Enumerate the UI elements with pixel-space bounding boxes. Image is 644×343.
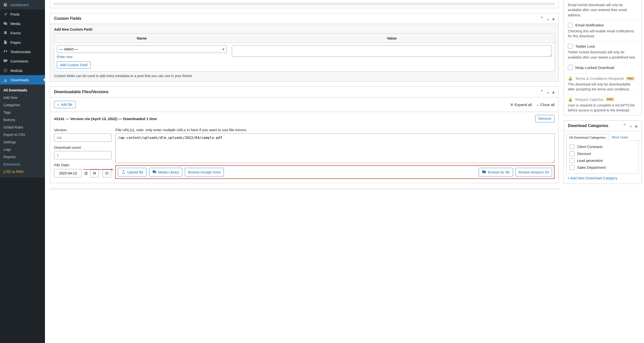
add-file-button[interactable]: + Add file (54, 101, 76, 108)
sub-export-csv[interactable]: Export to CSV (0, 131, 45, 138)
remove-button[interactable]: Remove (535, 115, 554, 122)
add-custom-field-button[interactable]: Add Custom Field (57, 61, 91, 69)
cf-help-text: Custom fields can be used to add extra m… (54, 74, 554, 78)
admin-sidebar: Dashboard Posts Media Forms Pages Testim… (0, 0, 45, 343)
sub-extensions[interactable]: Extensions (0, 161, 45, 168)
sub-categories[interactable]: Categories (0, 101, 45, 109)
email-lock-desc: Email locked downloads will only be avai… (568, 2, 637, 18)
terms-label: Terms & Conditions Required (575, 76, 624, 80)
move-up-icon[interactable]: ⌃ (540, 90, 544, 94)
email-notification-checkbox[interactable] (568, 23, 573, 28)
move-up-icon[interactable]: ⌃ (623, 124, 626, 128)
menu-modula[interactable]: Modula (0, 66, 45, 75)
download-categories-box: Download Categories ⌃ ⌄ ▴ All Download C… (564, 120, 642, 184)
tab-most-used[interactable]: Most Used (610, 134, 630, 141)
main-content: Custom Fields ⌃ ⌄ ▴ Add New Custom Field… (45, 0, 564, 343)
category-label: Discount (577, 152, 591, 156)
move-down-icon[interactable]: ⌄ (629, 124, 633, 128)
quote-icon (3, 49, 8, 54)
file-urls-label: File URL(s); note: only enter multiple U… (116, 128, 554, 132)
upload-file-button[interactable]: Upload file (118, 168, 146, 176)
files-header: Downloadable Files/Versions ⌃ ⌄ ▴ (50, 87, 558, 97)
sub-settings[interactable]: Settings (0, 138, 45, 146)
minute-input[interactable] (102, 169, 111, 178)
expand-icon: ⇲ (510, 102, 513, 107)
hour-input[interactable] (90, 169, 98, 178)
tab-all-categories[interactable]: All Download Categories (566, 134, 608, 141)
menu-posts[interactable]: Posts (0, 10, 45, 19)
next-box-fragment (50, 188, 559, 190)
download-count-label: Download count: (54, 145, 112, 150)
custom-fields-header: Custom Fields ⌃ ⌄ ▴ (50, 13, 558, 24)
dashboard-icon (3, 2, 8, 7)
pin-icon (3, 12, 8, 16)
version-label: Version: (54, 128, 112, 132)
menu-label: Media (10, 22, 20, 26)
browse-s3-button[interactable]: Browse Amazon S3 (516, 168, 552, 176)
category-checkbox[interactable] (570, 151, 574, 156)
sub-tags[interactable]: Tags (0, 109, 45, 116)
prev-input-fragment (54, 3, 554, 5)
file-urls-textarea[interactable]: /wp-content/uploads/dlm_uploads/2022/04/… (116, 134, 554, 163)
menu-testimonials[interactable]: Testimonials (0, 47, 45, 56)
ninja-lock-label: Ninja Locked Download (575, 66, 614, 70)
category-checkbox[interactable] (570, 144, 574, 149)
browse-for-file-button[interactable]: Browse for file (479, 168, 513, 176)
move-down-icon[interactable]: ⌄ (546, 90, 550, 94)
downloadable-files-box: Downloadable Files/Versions ⌃ ⌄ ▴ + Add … (50, 86, 559, 183)
sub-logs[interactable]: Logs (0, 146, 45, 153)
file-source-buttons: Upload file Media Library Browse Google … (116, 165, 554, 179)
add-custom-field-label: Add New Custom Field: (54, 28, 554, 32)
gear-icon (3, 68, 8, 73)
ninja-lock-checkbox[interactable] (568, 65, 573, 70)
sub-reports[interactable]: Reports (0, 153, 45, 161)
version-input[interactable] (54, 134, 112, 142)
menu-dashboard[interactable]: Dashboard (0, 0, 45, 10)
media-library-button[interactable]: Media Library (149, 168, 182, 176)
toggle-icon[interactable]: ▴ (552, 90, 554, 94)
menu-label: Posts (10, 12, 20, 16)
move-up-icon[interactable]: ⌃ (540, 16, 544, 21)
cf-name-select[interactable]: — Select — (57, 46, 227, 53)
enter-new-link[interactable]: Enter new (57, 55, 227, 59)
add-new-category-link[interactable]: + Add New Download Category (564, 176, 641, 184)
cf-value-textarea[interactable] (232, 46, 552, 57)
add-file-label: Add file (61, 102, 72, 106)
menu-label: Dashboard (10, 3, 28, 7)
cf-value-header: Value (229, 34, 554, 43)
pages-icon (3, 40, 8, 45)
plus-icon: + (57, 102, 59, 106)
menu-label: Modula (10, 68, 22, 73)
category-checkbox[interactable] (570, 158, 574, 163)
menu-label: Comments (10, 59, 28, 63)
menu-downloads[interactable]: Downloads (0, 75, 45, 84)
category-checkbox[interactable] (570, 165, 574, 170)
sub-global-rules[interactable]: Global Rules (0, 124, 45, 131)
sub-all-downloads[interactable]: All Downloads (0, 86, 45, 94)
toggle-icon[interactable]: ▴ (635, 124, 637, 128)
download-count-input[interactable] (54, 151, 112, 160)
menu-pages[interactable]: Pages (0, 38, 45, 47)
menu-forms[interactable]: Forms (0, 28, 45, 38)
twitter-lock-checkbox[interactable] (568, 44, 573, 49)
browse-gdrive-button[interactable]: Browse Google Drive (185, 168, 224, 176)
menu-comments[interactable]: Comments (0, 56, 45, 66)
sub-add-new[interactable]: Add New (0, 94, 45, 101)
close-all[interactable]: – Close all (537, 102, 554, 107)
menu-media[interactable]: Media (0, 19, 45, 28)
custom-fields-title: Custom Fields (54, 16, 81, 21)
lock-icon: 🔒 (568, 97, 573, 102)
category-list: Client Contracts Discount Lead generatio… (566, 141, 639, 174)
custom-fields-box: Custom Fields ⌃ ⌄ ▴ Add New Custom Field… (50, 13, 559, 82)
sub-buttons[interactable]: Buttons (0, 116, 45, 124)
sub-lite-pro[interactable]: LITE vs PRO (0, 168, 45, 176)
email-notification-label: Email Notification (575, 23, 604, 27)
toggle-icon[interactable]: ▴ (552, 16, 554, 21)
move-down-icon[interactable]: ⌄ (546, 16, 550, 21)
expand-all[interactable]: ⇲ Expand all (510, 102, 532, 107)
file-row-title: #2141 — Version n/a (April 13, 2022) — D… (54, 117, 157, 121)
pro-badge: PRO (606, 97, 614, 101)
file-version-row: #2141 — Version n/a (April 13, 2022) — D… (50, 112, 558, 183)
file-date-input[interactable] (54, 169, 82, 178)
folder-icon (482, 170, 486, 175)
